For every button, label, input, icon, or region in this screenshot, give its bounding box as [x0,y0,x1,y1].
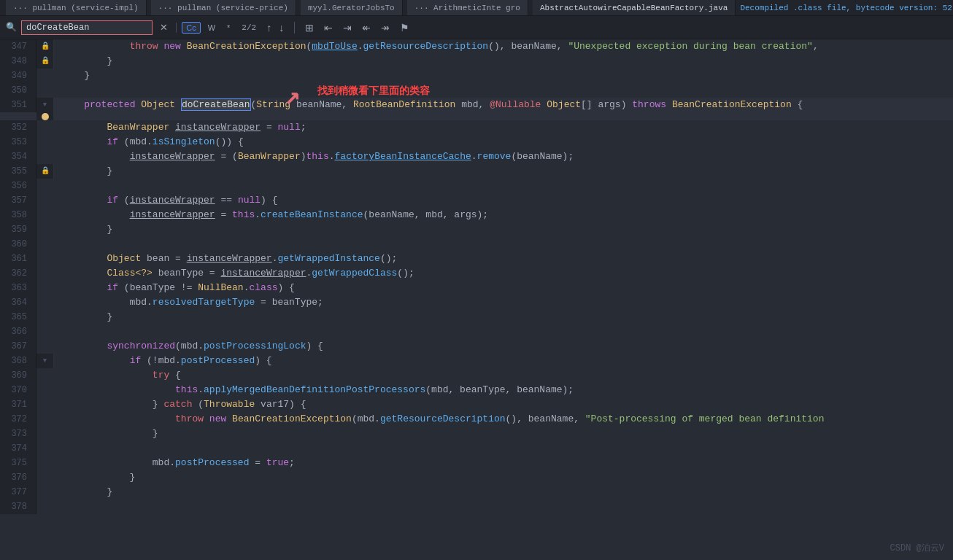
match-count: 2/2 [242,23,256,32]
table-row: 367 synchronized(mbd.postProcessingLock)… [0,339,953,354]
table-row: 348 🔒 } [0,54,953,69]
tab-myql[interactable]: myyl.GeratorJobsTo [301,0,403,16]
table-row: 362 Class<?> beanType = instanceWrapper.… [0,266,953,281]
line-number: 364 [0,295,36,310]
line-content: instanceWrapper = this.createBeanInstanc… [54,208,953,222]
separator: │ [174,23,179,33]
line-number: 354 [0,149,36,164]
clear-search-button[interactable]: ✕ [157,20,171,34]
line-number: 353 [0,135,36,149]
line-content: if (mbd.isSingleton()) { [54,135,953,149]
find-prev2-button[interactable]: ⇤ [321,21,336,34]
prev-match-button[interactable]: ↑ [263,21,274,34]
search-icon: 🔍 [6,22,17,33]
line-content: this.applyMergedBeanDefinitionPostProces… [54,383,953,397]
table-row: 355 🔒 } [0,164,953,179]
search-input[interactable] [21,20,153,35]
line-number: 377 [0,485,36,499]
table-row: 372 throw new BeanCreationException(mbd.… [0,412,953,427]
line-number: 359 [0,222,36,237]
line-number: 376 [0,470,36,485]
line-content: } [54,427,953,441]
line-number: 352 [0,120,36,135]
table-row: 358 instanceWrapper = this.createBeanIns… [0,208,953,222]
multi-select-button[interactable]: ⊞ [302,21,317,34]
code-area: 347 🔒 throw new BeanCreationException(mb… [0,39,953,560]
table-row: 357 if (instanceWrapper == null) { [0,193,953,208]
table-row: 351 ▼ protected Object doCreateBean(Stri… [0,98,953,120]
find-next2-button[interactable]: ⇥ [340,21,355,34]
search-actions: ✕ │ Cc W * [157,20,234,34]
line-number: 362 [0,266,36,281]
filter-button[interactable]: ⚑ [397,21,412,34]
case-sensitive-button[interactable]: Cc [182,22,200,34]
table-row: 359 } [0,222,953,237]
divider [294,22,295,34]
line-content: } [54,485,953,499]
find-prev3-button[interactable]: ↞ [359,21,374,34]
bulb-icon [42,113,49,120]
watermark: CSDN @泊云V [890,542,944,554]
table-row: 350 [0,83,953,98]
table-row: 374 [0,441,953,456]
line-gutter: 🔒 [36,39,54,54]
table-row: 371 } catch (Throwable var17) { [0,397,953,412]
table-row: 363 if (beanType != NullBean.class) { [0,281,953,295]
line-content: try { [54,368,953,383]
line-content: } catch (Throwable var17) { [54,397,953,412]
line-number: 366 [0,324,36,339]
tab-pullman2[interactable]: ··· pullman (service-price) [151,0,296,16]
line-number: 355 [0,164,36,179]
table-row: 369 try { [0,368,953,383]
table-row: 361 Object bean = instanceWrapper.getWra… [0,252,953,266]
lock-icon: 🔒 [41,39,50,54]
regex-button[interactable]: * [223,22,234,34]
line-content: } [54,470,953,485]
line-number: 370 [0,383,36,397]
line-number: 378 [0,499,36,514]
table-row: 368 ▼ if (!mbd.postProcessed) { [0,354,953,368]
line-content: BeanWrapper instanceWrapper = null; [54,120,953,135]
line-content: throw new BeanCreationException(mbd.getR… [54,412,953,427]
collapse-icon[interactable]: ▼ [43,354,47,368]
search-bar: 🔍 ✕ │ Cc W * 2/2 ↑ ↓ ⊞ ⇤ ⇥ ↞ ↠ ⚑ [0,16,953,39]
line-content: if (beanType != NullBean.class) { [54,281,953,295]
collapse-icon[interactable]: ▼ [43,98,47,112]
next-match-button[interactable]: ↓ [276,21,287,34]
lock-icon: 🔒 [41,164,50,179]
table-row: 354 instanceWrapper = (BeanWrapper)this.… [0,149,953,164]
line-number: 361 [0,252,36,266]
table-row: 375 mbd.postProcessed = true; [0,456,953,470]
line-number: 349 [0,69,36,83]
table-row: 349 } [0,69,953,83]
table-row: 353 if (mbd.isSingleton()) { [0,135,953,149]
table-row: 378 [0,499,953,514]
line-number: 348 [0,54,36,69]
line-number: 367 [0,339,36,354]
line-number: 356 [0,179,36,193]
line-content: instanceWrapper = (BeanWrapper)this.fact… [54,149,953,164]
line-content: protected Object doCreateBean(String bea… [54,98,953,112]
line-content: } [54,222,953,237]
table-row: 360 [0,237,953,252]
line-number: 374 [0,441,36,456]
line-content: if (!mbd.postProcessed) { [54,354,953,368]
line-number: 375 [0,456,36,470]
line-content: mbd.resolvedTargetType = beanType; [54,295,953,310]
top-bar: ··· pullman (service-impl) ··· pullman (… [0,0,953,39]
tab-active[interactable]: AbstractAutowireCapableBeanFactory.java [533,0,736,16]
table-row: 365 } [0,310,953,324]
table-row: 370 this.applyMergedBeanDefinitionPostPr… [0,383,953,397]
table-row: 356 [0,179,953,193]
find-next3-button[interactable]: ↠ [378,21,393,34]
line-content: mbd.postProcessed = true; [54,456,953,470]
line-number: 347 [0,39,36,54]
tab-pullman1[interactable]: ··· pullman (service-impl) [6,0,147,16]
line-content: Class<?> beanType = instanceWrapper.getW… [54,266,953,281]
line-number: 373 [0,427,36,441]
line-number: 368 [0,354,36,368]
whole-word-button[interactable]: W [204,22,220,34]
tab-arithmetic[interactable]: ··· ArithmeticInte gro [407,0,528,16]
line-content: synchronized(mbd.postProcessingLock) { [54,339,953,354]
table-row: 352 BeanWrapper instanceWrapper = null; [0,120,953,135]
